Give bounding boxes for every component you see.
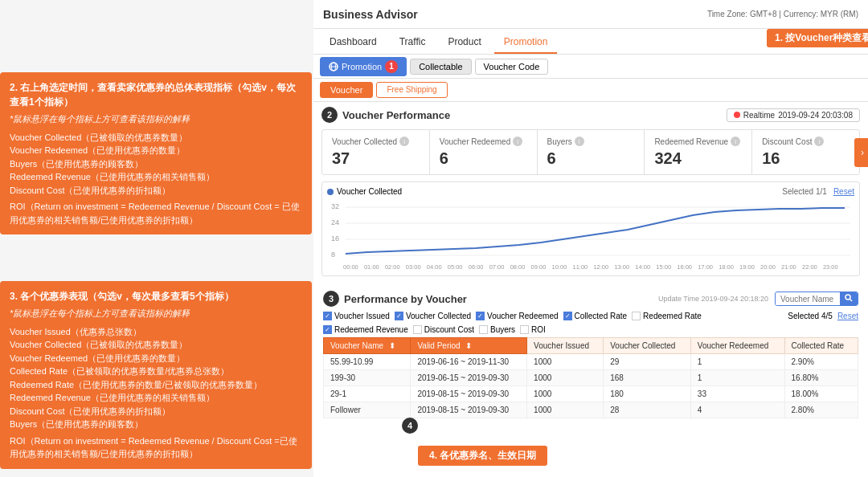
- voucher-search-btn[interactable]: [840, 292, 858, 305]
- metric-revenue: Redeemed Revenue i 324: [645, 130, 752, 174]
- metric-buyers: Buyers i 6: [538, 130, 645, 174]
- annotation-panel-1: 2. 右上角选定时间，查看卖家优惠券的总体表现指标（勾选v，每次查看1个指标） …: [0, 72, 312, 234]
- row3-collected: 28: [604, 402, 691, 418]
- metric-redeemed: Voucher Redeemed i 6: [430, 130, 538, 174]
- voucher-search-box: [775, 292, 858, 306]
- selected-reset: Selected 4/5 Reset: [788, 312, 858, 320]
- metrics-next-btn[interactable]: ›: [854, 138, 868, 167]
- voucher-code-label: Voucher Code: [484, 62, 540, 71]
- cb-issued: ✓ Voucher Issued: [323, 312, 390, 320]
- row3-redeemed: 4: [690, 402, 784, 418]
- tab-product[interactable]: Product: [438, 31, 490, 54]
- step-4-badge: 4: [402, 418, 418, 434]
- cb-roi-label: ROI: [531, 325, 546, 334]
- metric-collected: Voucher Collected i 37: [322, 130, 430, 174]
- cb-collected-rate-label: Collected Rate: [575, 312, 628, 320]
- vp-title: Voucher Performance: [342, 109, 450, 121]
- row0-collected: 29: [604, 354, 691, 370]
- info-icon-discount[interactable]: i: [814, 137, 824, 146]
- search-icon: [845, 294, 853, 302]
- row2-collected: 180: [604, 386, 691, 402]
- promotion-label: Promotion: [342, 62, 382, 71]
- chart-header: Voucher Collected Selected 1/1 Reset: [327, 187, 854, 196]
- metric-revenue-label: Redeemed Revenue: [654, 137, 728, 146]
- metric-buyers-value: 6: [547, 149, 635, 168]
- app-header: Business Advisor Time Zone: GMT+8 | Curr…: [313, 0, 868, 29]
- annotation-2-items: Voucher Issued（优惠券总张数） Voucher Collected…: [10, 325, 302, 461]
- realtime-date: 2019-09-24 20:03:08: [778, 111, 853, 120]
- info-icon-redeemed[interactable]: i: [513, 137, 522, 146]
- voucher-performance-section: 2 Voucher Performance Realtime 2019-09-2…: [313, 102, 868, 286]
- annotation-1-items: Voucher Collected（已被领取的优惠券数量） Voucher Re…: [10, 131, 302, 227]
- metric-discount-label: Discount Cost: [762, 137, 812, 146]
- metric-discount-value: 16: [762, 149, 850, 168]
- promotion-btn[interactable]: Promotion 1: [320, 57, 407, 76]
- metric-buyers-label: Buyers: [547, 137, 572, 146]
- timezone-info: Time Zone: GMT+8 | Currency: MYR (RM): [707, 10, 858, 18]
- annotation-2-title: 3. 各个优惠券表现（勾选v，每次最多查看5个指标）: [10, 289, 302, 304]
- cb-buyers-label: Buyers: [490, 325, 515, 334]
- metric-revenue-value: 324: [654, 149, 742, 168]
- tab-dashboard[interactable]: Dashboard: [320, 31, 387, 54]
- voucher-subtabs: Voucher Free Shipping: [313, 79, 868, 102]
- chart-xaxis: 00:0001:0002:0003:0004:0005:00 06:0007:0…: [327, 263, 854, 271]
- row0-rate: 2.90%: [784, 354, 858, 370]
- svg-text:32: 32: [331, 202, 339, 210]
- chart-selected: Selected 1/1: [782, 187, 827, 196]
- chart-area: Voucher Collected Selected 1/1 Reset 32 …: [321, 181, 860, 276]
- th-redeemed: Voucher Redeemed: [690, 338, 784, 354]
- cb-redeemed-rate-label: Redeemed Rate: [643, 312, 702, 320]
- row3-period: 2019-08-15 ~ 2019-09-30: [411, 402, 527, 418]
- cb-redeemed-label: Voucher Redeemed: [487, 312, 558, 320]
- voucher-tab[interactable]: Voucher: [320, 82, 373, 98]
- realtime-dot: [734, 112, 740, 118]
- metric-redeemed-value: 6: [440, 149, 527, 168]
- main-content: Business Advisor Time Zone: GMT+8 | Curr…: [313, 0, 868, 477]
- row2-issued: 1000: [527, 386, 604, 402]
- chart-legend: Voucher Collected: [327, 187, 402, 196]
- info-icon-buyers[interactable]: i: [575, 137, 584, 146]
- checkbox-row: ✓ Voucher Issued ✓ Voucher Collected ✓ V…: [323, 312, 788, 334]
- chart-reset[interactable]: Reset: [833, 187, 854, 196]
- row2-rate: 18.00%: [784, 386, 858, 402]
- cb-discount-cost-label: Discount Cost: [424, 325, 474, 334]
- cb-collected: ✓ Voucher Collected: [395, 312, 471, 320]
- info-icon-collected[interactable]: i: [399, 137, 409, 146]
- row1-collected: 168: [604, 370, 691, 386]
- annotation-4: 4. 各优惠券名、生效日期: [418, 446, 547, 466]
- tab-traffic[interactable]: Traffic: [390, 31, 436, 54]
- table-row: 55.99-10.99 2019-06-16 ~ 2019-11-30 1000…: [324, 354, 858, 370]
- collectable-label: Collectable: [419, 62, 462, 71]
- th-rate: Collected Rate: [784, 338, 858, 354]
- row0-issued: 1000: [527, 354, 604, 370]
- voucher-search-input[interactable]: [776, 293, 840, 305]
- cb-redeemed-revenue-label: Redeemed Revenue: [334, 325, 408, 334]
- svg-text:24: 24: [331, 218, 339, 226]
- row0-period: 2019-06-16 ~ 2019-11-30: [411, 354, 527, 370]
- metrics-row: Voucher Collected i 37 Voucher Redeemed …: [321, 129, 860, 175]
- svg-text:16: 16: [331, 234, 339, 243]
- selected-info: Selected 4/5: [788, 312, 833, 320]
- annotation-2-subtitle: *鼠标悬浮在每个指标上方可查看该指标的解释: [10, 307, 302, 320]
- checkbox-section: ✓ Voucher Issued ✓ Voucher Collected ✓ V…: [323, 312, 858, 334]
- th-collected: Voucher Collected: [604, 338, 691, 354]
- svg-line-12: [850, 300, 853, 302]
- collectable-btn[interactable]: Collectable: [410, 59, 471, 75]
- row3-name: Follower: [324, 402, 411, 418]
- row0-name: 55.99-10.99: [324, 354, 411, 370]
- row1-name: 199-30: [324, 370, 411, 386]
- cb-buyers: Buyers: [479, 325, 515, 334]
- cb-collected-label: Voucher Collected: [406, 312, 471, 320]
- th-period: Valid Period ⬍: [411, 338, 527, 354]
- cb-collected-rate: ✓ Collected Rate: [563, 312, 628, 320]
- free-shipping-tab[interactable]: Free Shipping: [376, 82, 447, 98]
- callout-1: 1. 按Voucher种类查看: [767, 29, 868, 47]
- info-icon-revenue[interactable]: i: [731, 137, 740, 146]
- voucher-code-btn[interactable]: Voucher Code: [475, 59, 549, 75]
- row2-period: 2019-08-15 ~ 2019-09-30: [411, 386, 527, 402]
- cb-discount-cost: Discount Cost: [413, 325, 474, 334]
- cb-redeemed: ✓ Voucher Redeemed: [476, 312, 558, 320]
- tab-promotion[interactable]: Promotion: [494, 31, 558, 54]
- table-row: Follower 2019-08-15 ~ 2019-09-30 1000 28…: [324, 402, 858, 418]
- pbv-reset[interactable]: Reset: [837, 312, 858, 320]
